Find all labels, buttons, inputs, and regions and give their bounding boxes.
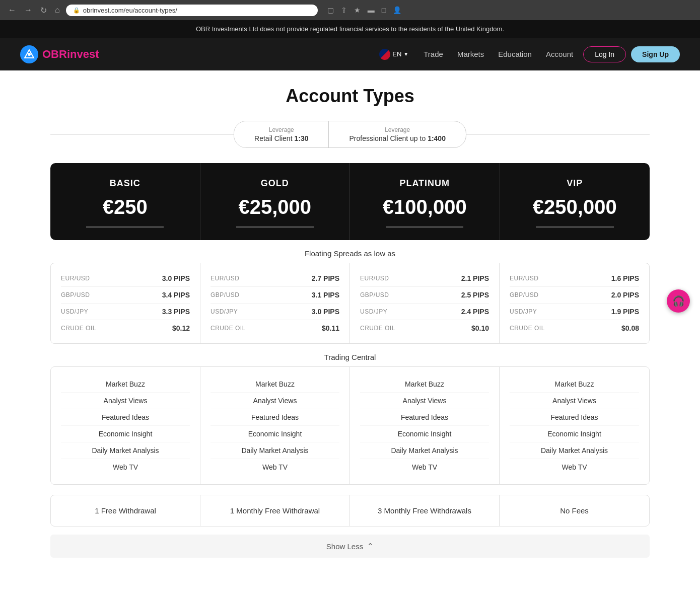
share-btn[interactable]: ⇪ <box>339 5 348 16</box>
nav-trade[interactable]: Trade <box>424 50 443 58</box>
feature-item: Web TV <box>360 459 489 475</box>
account-card-gold: GOLD €25,000 <box>200 163 351 240</box>
svg-point-1 <box>28 53 31 56</box>
spread-value: 3.4 PIPS <box>162 291 190 299</box>
screenshot-btn[interactable]: ▢ <box>326 5 335 16</box>
main-nav: Trade Markets Education Account <box>424 50 573 58</box>
spread-value: $0.11 <box>322 324 339 332</box>
nav-account[interactable]: Account <box>546 50 573 58</box>
layout-btn[interactable]: □ <box>380 5 387 16</box>
show-less-text: Show Less <box>326 542 363 551</box>
features-col-vip: Market Buzz Analyst Views Featured Ideas… <box>500 367 649 484</box>
account-name-vip: VIP <box>510 178 640 189</box>
spread-row: CRUDE OIL $0.10 <box>360 320 489 336</box>
spread-pair: GBP/USD <box>510 291 539 298</box>
card-divider-basic <box>86 227 164 228</box>
account-amount-vip: €250,000 <box>510 196 640 218</box>
spread-pair: CRUDE OIL <box>510 325 545 332</box>
spread-row: GBP/USD 3.1 PIPS <box>211 287 339 304</box>
home-button[interactable]: ⌂ <box>53 4 62 17</box>
feature-item: Economic Insight <box>211 426 339 442</box>
leverage-retail-title: Leverage <box>254 126 308 133</box>
logo-icon <box>20 45 38 63</box>
spread-row: USD/JPY 3.0 PIPS <box>211 304 339 320</box>
spread-value: 3.0 PIPS <box>312 308 339 316</box>
spread-pair: USD/JPY <box>61 308 88 315</box>
spread-col-basic: EUR/USD 3.0 PIPS GBP/USD 3.4 PIPS USD/JP… <box>51 263 200 343</box>
logo-text: OBRinvest <box>42 48 99 61</box>
feature-item: Daily Market Analysis <box>360 442 489 459</box>
leverage-toggle-inner[interactable]: Leverage Retail Client 1:30 Leverage Pro… <box>234 121 466 148</box>
address-bar[interactable]: 🔒 obrinvest.com/eu/account-types/ <box>66 5 318 16</box>
spread-value: $0.08 <box>621 324 639 332</box>
support-button[interactable]: 🎧 <box>667 289 690 313</box>
main-content: Account Types Leverage Retail Client 1:3… <box>0 70 700 578</box>
leverage-pro-value: Professional Client up to 1:400 <box>349 134 445 142</box>
withdrawal-gold: 1 Monthly Free Withdrawal <box>200 495 350 526</box>
account-amount-basic: €250 <box>60 196 190 218</box>
feature-item: Economic Insight <box>360 426 489 442</box>
card-divider-vip <box>536 227 614 228</box>
spread-value: $0.10 <box>471 324 489 332</box>
spread-pair: GBP/USD <box>211 291 240 298</box>
lang-selector[interactable]: EN ▼ <box>379 49 408 60</box>
nav-education[interactable]: Education <box>498 50 532 58</box>
spread-row: CRUDE OIL $0.11 <box>211 320 339 336</box>
bookmark-btn[interactable]: ★ <box>353 5 362 16</box>
leverage-professional[interactable]: Leverage Professional Client up to 1:400 <box>329 121 465 147</box>
features-col-platinum: Market Buzz Analyst Views Featured Ideas… <box>350 367 500 484</box>
withdrawals-grid: 1 Free Withdrawal 1 Monthly Free Withdra… <box>50 495 650 526</box>
withdrawal-platinum: 3 Monthly Free Withdrawals <box>350 495 500 526</box>
spread-row: EUR/USD 3.0 PIPS <box>61 270 190 287</box>
spread-value: 2.5 PIPS <box>461 291 489 299</box>
spread-row: USD/JPY 3.3 PIPS <box>61 304 190 320</box>
spread-row: USD/JPY 1.9 PIPS <box>510 304 639 320</box>
feature-item: Economic Insight <box>61 426 190 442</box>
headset-icon: 🎧 <box>672 295 685 307</box>
account-cards: BASIC €250 GOLD €25,000 PLATINUM €100,00… <box>50 163 650 240</box>
spread-value: 1.9 PIPS <box>611 308 639 316</box>
header: OBRinvest EN ▼ Trade Markets Education A… <box>0 38 700 70</box>
spread-value: 2.4 PIPS <box>461 308 489 316</box>
feature-item: Featured Ideas <box>360 409 489 426</box>
login-button[interactable]: Log In <box>583 46 626 62</box>
extensions-btn[interactable]: ▬ <box>366 5 376 16</box>
feature-item-daily-market: Daily Market Analysis <box>61 442 190 459</box>
leverage-pro-title: Leverage <box>349 126 445 133</box>
top-banner: OBR Investments Ltd does not provide reg… <box>0 20 700 38</box>
lock-icon: 🔒 <box>73 7 80 14</box>
account-amount-gold: €25,000 <box>211 196 340 218</box>
profile-btn[interactable]: 👤 <box>391 5 403 16</box>
forward-button[interactable]: → <box>22 4 34 17</box>
logo[interactable]: OBRinvest <box>20 45 99 63</box>
card-divider-platinum <box>386 227 463 228</box>
feature-item: Economic Insight <box>510 426 639 442</box>
leverage-retail[interactable]: Leverage Retail Client 1:30 <box>234 121 328 147</box>
feature-item: Analyst Views <box>510 393 639 409</box>
spread-value: 2.0 PIPS <box>611 291 639 299</box>
spread-value: 3.0 PIPS <box>162 274 190 282</box>
spread-value: $0.12 <box>172 324 190 332</box>
spread-row: EUR/USD 1.6 PIPS <box>510 270 639 287</box>
spread-value: 3.1 PIPS <box>312 291 339 299</box>
nav-markets[interactable]: Markets <box>457 50 484 58</box>
spread-pair: EUR/USD <box>360 275 389 282</box>
feature-item: Featured Ideas <box>61 409 190 426</box>
feature-item: Market Buzz <box>61 376 190 393</box>
reload-button[interactable]: ↻ <box>38 4 49 17</box>
back-button[interactable]: ← <box>6 4 18 17</box>
spread-pair: EUR/USD <box>211 275 240 282</box>
divider-right <box>466 134 650 135</box>
spread-value: 2.7 PIPS <box>312 274 339 282</box>
spread-value: 3.3 PIPS <box>162 308 190 316</box>
spread-pair: USD/JPY <box>360 308 387 315</box>
signup-button[interactable]: Sign Up <box>631 46 680 62</box>
spread-row: GBP/USD 2.5 PIPS <box>360 287 489 304</box>
card-divider-gold <box>236 227 314 228</box>
feature-item-webtv: Web TV <box>61 459 190 475</box>
feature-item: Featured Ideas <box>211 409 339 426</box>
feature-item: Market Buzz <box>211 376 339 393</box>
show-less-button[interactable]: Show Less ⌃ <box>50 535 650 558</box>
browser-chrome: ← → ↻ ⌂ 🔒 obrinvest.com/eu/account-types… <box>0 0 700 20</box>
spread-row: CRUDE OIL $0.08 <box>510 320 639 336</box>
